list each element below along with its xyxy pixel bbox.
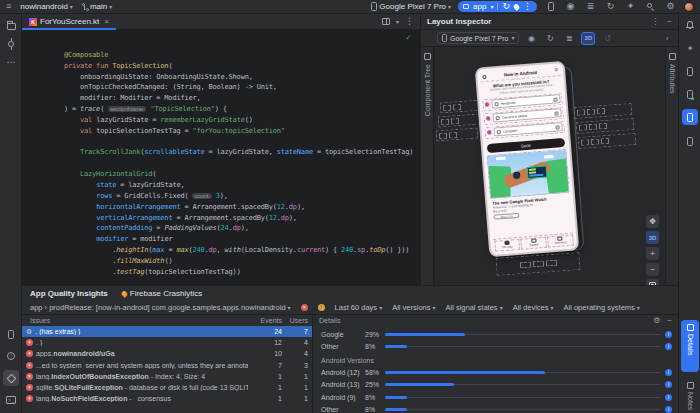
close-icon[interactable]: ×	[104, 17, 109, 26]
details-tab-icon	[687, 324, 694, 331]
logcat-button[interactable]: ≣	[584, 0, 597, 13]
device-explorer-icon	[687, 137, 693, 146]
os-filter[interactable]: All operating systems▾	[564, 303, 640, 312]
vcs-branch-selector[interactable]: main ▾	[82, 2, 112, 11]
zoom-out-button[interactable]: −	[646, 263, 659, 276]
issue-row[interactable]: ×lang.NoSuchFieldException - _consensus1…	[22, 393, 312, 404]
fatal-filter-toggle[interactable]: ×	[301, 304, 308, 311]
issue-row[interactable]: ×lang.IndexOutOfBoundsException - Index:…	[22, 371, 312, 382]
phone-news-card: The new Google Pixel Watch A new era — s…	[490, 194, 571, 219]
info-icon[interactable]: i	[665, 381, 672, 388]
wireframe-layer	[576, 118, 635, 134]
profiler-button[interactable]: ◉	[564, 0, 577, 13]
user-avatar[interactable]	[684, 2, 694, 12]
attributes-tab[interactable]: Attributes	[665, 47, 678, 285]
phone-render[interactable]: Now in Android ⚙ What are you interested…	[475, 61, 580, 257]
code-content: @Composableprivate fun TopicSelection( o…	[64, 39, 413, 278]
issue-row[interactable]: ⚙. (has extras) }247	[22, 326, 312, 337]
run-widget[interactable]: app ▾ ↻ ⋮	[458, 1, 537, 12]
details-settings-icon[interactable]: ⚙	[653, 316, 660, 325]
more-options-icon[interactable]: ⋮	[405, 17, 414, 26]
tab-firebase-crashlytics[interactable]: Firebase Crashlytics	[122, 289, 202, 298]
sdk-upgrade-button[interactable]: ✦	[624, 0, 637, 13]
zoom-in-button[interactable]: +	[646, 247, 659, 260]
layout-inspector-tool-button[interactable]	[682, 109, 698, 125]
chevron-down-icon: ▾	[448, 4, 451, 10]
app-module-selector[interactable]: app › prodRelease: [now-in-android] com.…	[30, 303, 291, 312]
issue-row[interactable]: ×apps.nowinandroid/uGa104	[22, 348, 312, 359]
pan-button[interactable]: ✥	[646, 215, 659, 228]
info-icon[interactable]: i	[665, 406, 672, 413]
rotation-mode-button[interactable]: 3D	[646, 231, 659, 244]
ai-assistant-button[interactable]: ✦	[682, 40, 698, 56]
device-explorer-tool-button[interactable]	[682, 133, 698, 149]
versions-filter[interactable]: All versions▾	[392, 303, 435, 312]
layers-button[interactable]: ≣	[562, 32, 576, 45]
canvas-controls: ✥ 3D + −	[646, 215, 659, 285]
issue-row[interactable]: ×sqlite.SQLiteFullException - database o…	[22, 382, 312, 393]
running-devices-tool-button[interactable]	[682, 86, 698, 102]
terminal-tool-button[interactable]: >_	[3, 392, 19, 408]
code-line: onboardingUiState: OnboardingUiState.Sho…	[64, 72, 413, 83]
analysis-ok-icon[interactable]: ✓	[405, 33, 412, 42]
running-devices-icon	[687, 90, 693, 99]
problems-tool-button[interactable]: !	[3, 348, 19, 364]
issue-users-count: 4	[282, 350, 308, 357]
non-fatal-filter-toggle[interactable]: !	[318, 304, 325, 311]
commit-tool-button[interactable]	[3, 36, 19, 52]
inspector-device-selector[interactable]: Google Pixel 7 Pro ▾	[437, 32, 519, 44]
device-selector[interactable]: Google Pixel 7 Pro ▾	[371, 2, 451, 11]
view-options-button[interactable]: ◉	[524, 32, 538, 45]
settings-button[interactable]: ⚙	[664, 0, 677, 13]
device-manager-button[interactable]	[544, 0, 557, 13]
editor-tab-bar: K ForYouScreen.kt × ▾ ⋮	[22, 14, 420, 30]
expand-toolbar-icon[interactable]: ›	[660, 32, 674, 45]
issue-row[interactable]: ×. }124	[22, 337, 312, 348]
project-selector[interactable]: nowinandroid ▾	[20, 2, 73, 11]
search-everywhere-button[interactable]	[644, 0, 657, 13]
code-line: state = lazyGridState,	[64, 180, 413, 191]
inspector-canvas[interactable]: Now in Android ⚙ What are you interested…	[434, 47, 665, 285]
devices-filter[interactable]: All devices▾	[513, 303, 554, 312]
run-configuration[interactable]: app	[473, 2, 486, 11]
app-quality-insights-tool-button[interactable]	[3, 370, 19, 386]
details-vertical-tab[interactable]: Details	[681, 320, 699, 372]
branch-icon	[82, 3, 88, 11]
info-icon[interactable]: i	[665, 331, 672, 338]
toggle-3d-mode-button[interactable]: 3D	[581, 32, 595, 45]
details-header: Details ⚙ −	[313, 315, 678, 326]
details-collapse-icon[interactable]: −	[667, 316, 672, 325]
sync-project-button[interactable]: ↻	[604, 0, 617, 13]
more-run-actions[interactable]: ⋮	[523, 2, 532, 11]
info-icon[interactable]: i	[665, 343, 672, 350]
time-range-filter[interactable]: Last 60 days▾	[335, 303, 383, 312]
more-options-icon[interactable]: ⋮	[651, 17, 659, 26]
rerun-button[interactable]: ↻	[502, 2, 510, 11]
notifications-button[interactable]	[682, 17, 698, 33]
component-tree-tab[interactable]: Component Tree	[421, 47, 434, 285]
code-editor[interactable]: @Composableprivate fun TopicSelection( o…	[22, 30, 420, 285]
snapshot-button[interactable]: ↻	[543, 32, 557, 45]
info-icon[interactable]: i	[665, 369, 672, 376]
running-devices-tool-button[interactable]	[3, 326, 19, 342]
notes-vertical-tab[interactable]: Notes	[681, 378, 699, 413]
info-icon[interactable]: i	[665, 394, 672, 401]
code-line: modifier: Modifier = Modifier,	[64, 93, 413, 104]
hamburger-menu-icon[interactable]: ≡	[6, 2, 11, 11]
project-tool-button[interactable]	[3, 18, 19, 34]
crashlytics-flame-icon	[120, 290, 128, 298]
tab-foryouscreen[interactable]: K ForYouScreen.kt ×	[22, 14, 116, 30]
illustration-watch	[513, 171, 521, 179]
reset-view-button[interactable]: ↺	[600, 32, 614, 45]
nav-label: For you	[502, 245, 512, 250]
chevron-down-icon[interactable]: ▾	[396, 19, 399, 25]
crashlytics-tab-label: Firebase Crashlytics	[130, 289, 202, 298]
issue-row[interactable]: ×...ed to system_server and system apps …	[22, 360, 312, 371]
split-editor-icon[interactable]	[382, 18, 390, 25]
signal-states-filter[interactable]: All signal states▾	[446, 303, 503, 312]
debug-icon[interactable]	[513, 3, 521, 11]
device-manager-tool-button[interactable]	[682, 63, 698, 79]
more-tool-windows-button[interactable]: ⋯	[3, 54, 19, 70]
hide-panel-icon[interactable]: −	[667, 17, 672, 26]
aqi-header: App Quality Insights Firebase Crashlytic…	[22, 286, 678, 301]
